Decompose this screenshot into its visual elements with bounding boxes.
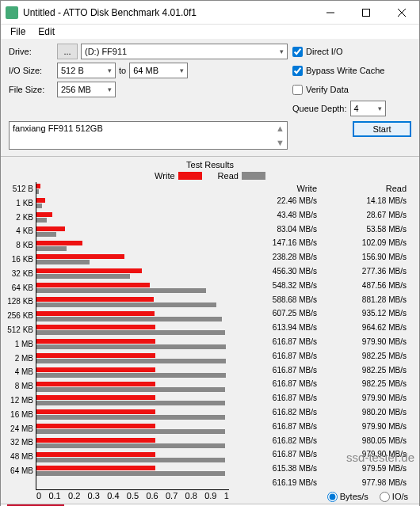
results-title: Test Results xyxy=(1,156,419,169)
app-icon xyxy=(6,6,18,19)
legend: Write Read xyxy=(1,171,419,181)
y-axis-labels: 512 B1 KB2 KB4 KB8 KB16 KB32 KB64 KB128 … xyxy=(7,182,36,490)
scroll-up-icon[interactable]: ▲ xyxy=(276,124,285,133)
description-textarea[interactable]: fanxiang FF911 512GB ▲▼ xyxy=(9,121,288,150)
bar-row xyxy=(36,238,229,253)
drive-select[interactable]: (D:) FF911 xyxy=(81,44,288,59)
bar-row xyxy=(36,352,229,366)
maximize-button[interactable] xyxy=(348,1,384,25)
bar-row xyxy=(36,365,229,379)
watermark: ssd-tester.de xyxy=(346,451,414,464)
bar-row xyxy=(36,267,229,281)
write-column: Write22.46 MB/s43.48 MB/s83.04 MB/s147.1… xyxy=(234,182,323,490)
browse-button[interactable]: ... xyxy=(57,44,78,59)
bar-row xyxy=(36,281,229,295)
app-window: Untitled - ATTO Disk Benchmark 4.01.0f1 … xyxy=(0,0,420,506)
filesize-label: File Size: xyxy=(9,85,52,94)
bar-row xyxy=(36,422,229,436)
to-label: to xyxy=(119,66,126,75)
bar-row xyxy=(36,464,229,478)
drive-label: Drive: xyxy=(9,47,52,56)
close-button[interactable] xyxy=(384,1,419,25)
iosize-from-select[interactable]: 512 B xyxy=(57,63,116,78)
bar-row xyxy=(36,323,229,337)
bar-row xyxy=(36,196,229,211)
menu-edit[interactable]: Edit xyxy=(32,25,61,39)
ios-radio[interactable]: IO/s xyxy=(380,492,408,502)
bar-row xyxy=(36,450,229,464)
bar-row xyxy=(36,379,229,394)
bar-row xyxy=(36,182,229,196)
direct-io-checkbox[interactable]: Direct I/O xyxy=(292,47,342,57)
bar-row xyxy=(36,211,229,225)
window-title: Untitled - ATTO Disk Benchmark 4.01.0f1 xyxy=(23,7,312,18)
bar-row xyxy=(36,224,229,238)
bar-row xyxy=(36,253,229,267)
menubar: File Edit xyxy=(1,25,419,39)
bypass-cache-checkbox[interactable]: Bypass Write Cache xyxy=(292,66,384,76)
read-column: Read14.18 MB/s28.67 MB/s53.58 MB/s102.09… xyxy=(323,182,413,490)
filesize-select[interactable]: 256 MB xyxy=(57,82,116,97)
menu-file[interactable]: File xyxy=(4,25,32,39)
titlebar: Untitled - ATTO Disk Benchmark 4.01.0f1 xyxy=(1,1,419,25)
iosize-label: I/O Size: xyxy=(9,66,52,75)
iosize-to-select[interactable]: 64 MB xyxy=(129,63,188,78)
bar-row xyxy=(36,337,229,352)
x-axis-ticks: 00.10.20.30.40.50.60.70.80.91 xyxy=(36,491,229,500)
svg-rect-1 xyxy=(362,9,369,16)
write-swatch xyxy=(178,172,202,180)
bar-row xyxy=(36,436,229,450)
bar-row xyxy=(36,394,229,408)
bar-row xyxy=(36,295,229,309)
qdepth-label: Queue Depth: xyxy=(292,104,347,113)
bar-row xyxy=(36,408,229,422)
bytes-radio[interactable]: Bytes/s xyxy=(327,492,368,502)
minimize-button[interactable] xyxy=(312,1,348,25)
chart-area: 512 B1 KB2 KB4 KB8 KB16 KB32 KB64 KB128 … xyxy=(1,182,419,490)
scroll-down-icon[interactable]: ▼ xyxy=(276,138,285,147)
bar-chart: 00.10.20.30.40.50.60.70.80.91 Transfer R… xyxy=(36,182,229,490)
verify-data-checkbox[interactable]: Verify Data xyxy=(292,85,349,95)
bar-row xyxy=(36,309,229,323)
qdepth-select[interactable]: 4 xyxy=(350,101,386,116)
start-button[interactable]: Start xyxy=(353,121,411,137)
read-swatch xyxy=(242,172,265,180)
